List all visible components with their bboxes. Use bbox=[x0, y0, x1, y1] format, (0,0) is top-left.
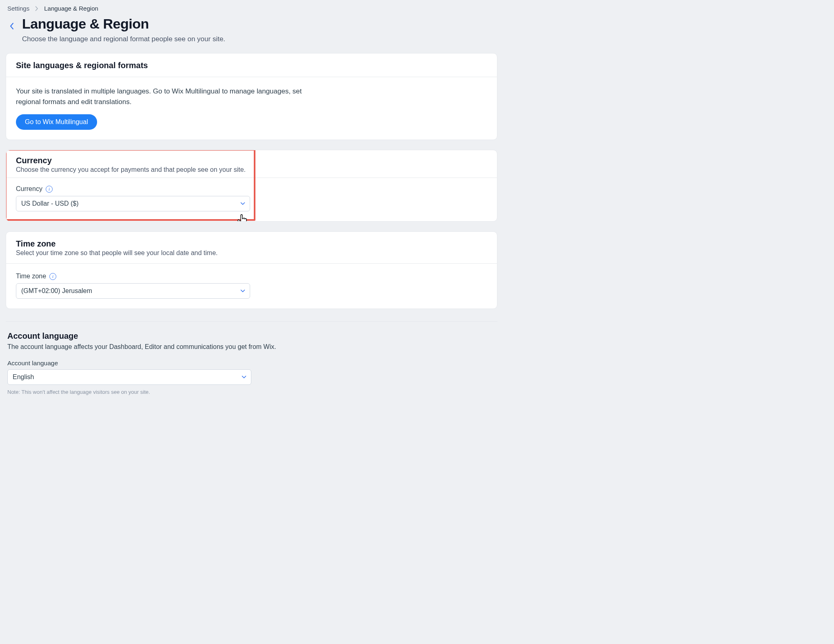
site-languages-card: Site languages & regional formats Your s… bbox=[6, 53, 497, 140]
page-title: Language & Region bbox=[22, 16, 225, 32]
info-icon[interactable]: i bbox=[46, 186, 53, 193]
back-button[interactable] bbox=[7, 18, 16, 34]
timezone-select-value: (GMT+02:00) Jerusalem bbox=[21, 287, 92, 295]
account-language-field-label: Account language bbox=[7, 360, 496, 367]
page-header: Language & Region Choose the language an… bbox=[6, 14, 497, 43]
account-language-desc: The account language affects your Dashbo… bbox=[7, 343, 496, 351]
account-language-note: Note: This won't affect the language vis… bbox=[7, 389, 496, 395]
account-language-select-value: English bbox=[13, 373, 34, 381]
go-to-multilingual-button[interactable]: Go to Wix Multilingual bbox=[16, 114, 97, 130]
currency-field-label: Currency bbox=[16, 185, 42, 193]
site-languages-body: Your site is translated in multiple lang… bbox=[16, 86, 318, 107]
currency-select-value: US Dollar - USD ($) bbox=[21, 200, 78, 207]
page-subtitle: Choose the language and regional format … bbox=[22, 35, 225, 43]
timezone-field-label: Time zone bbox=[16, 273, 46, 280]
breadcrumb-root[interactable]: Settings bbox=[7, 5, 29, 12]
timezone-select[interactable]: (GMT+02:00) Jerusalem bbox=[16, 283, 250, 299]
timezone-card: Time zone Select your time zone so that … bbox=[6, 231, 497, 309]
breadcrumb-current: Language & Region bbox=[44, 5, 98, 12]
currency-desc: Choose the currency you accept for payme… bbox=[16, 166, 487, 173]
chevron-right-icon bbox=[35, 6, 38, 11]
info-icon[interactable]: i bbox=[49, 273, 56, 280]
site-languages-title: Site languages & regional formats bbox=[16, 61, 487, 70]
account-language-section: Account language The account language af… bbox=[6, 321, 497, 395]
currency-card: Currency Choose the currency you accept … bbox=[6, 150, 497, 222]
currency-title: Currency bbox=[16, 156, 487, 165]
timezone-desc: Select your time zone so that people wil… bbox=[16, 249, 487, 257]
currency-select[interactable]: US Dollar - USD ($) bbox=[16, 196, 250, 211]
breadcrumb: Settings Language & Region bbox=[6, 5, 497, 14]
account-language-select[interactable]: English bbox=[7, 369, 251, 385]
timezone-title: Time zone bbox=[16, 239, 487, 249]
account-language-title: Account language bbox=[7, 331, 496, 341]
